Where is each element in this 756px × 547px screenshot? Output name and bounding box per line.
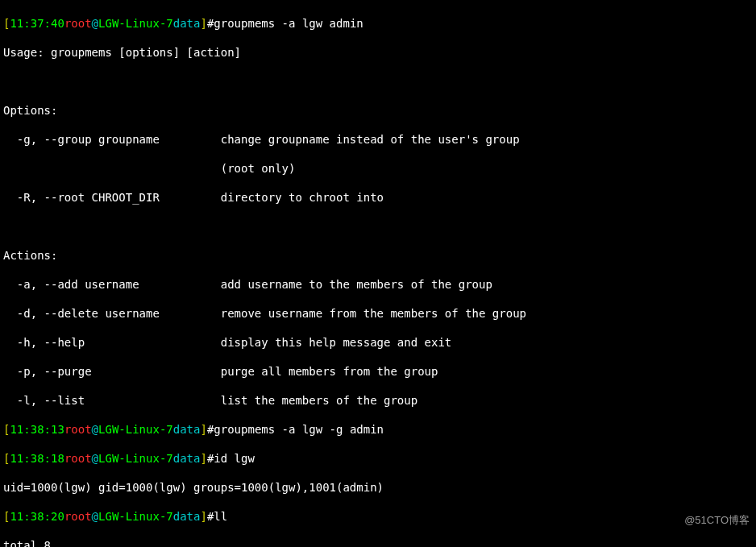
at: @ <box>92 17 98 30</box>
time: 11:37:40 <box>10 17 64 30</box>
output-line: -l, --list list the members of the group <box>3 393 753 408</box>
output-line: Actions: <box>3 248 753 263</box>
prompt-line: [11:38:20root@LGW-Linux-7data]#ll <box>3 509 753 524</box>
dir: data <box>173 17 201 30</box>
command-text: #groupmems -a lgw admin <box>207 17 363 30</box>
output-line: -d, --delete username remove username fr… <box>3 306 753 321</box>
prompt-line: [11:38:13root@LGW-Linux-7data]#groupmems… <box>3 422 753 437</box>
output-line: -p, --purge purge all members from the g… <box>3 364 753 379</box>
output-line: total 8 <box>3 538 753 547</box>
watermark: @51CTO博客 <box>684 513 750 528</box>
prompt-line: [11:38:18root@LGW-Linux-7data]#id lgw <box>3 451 753 466</box>
output-line: -g, --group groupname change groupname i… <box>3 132 753 147</box>
output-line: -h, --help display this help message and… <box>3 335 753 350</box>
output-line: -R, --root CHROOT_DIR directory to chroo… <box>3 190 753 205</box>
user: root <box>64 17 92 30</box>
output-line: uid=1000(lgw) gid=1000(lgw) groups=1000(… <box>3 480 753 495</box>
host: LGW-Linux-7 <box>98 17 173 30</box>
output-line: (root only) <box>3 161 753 176</box>
output-line: Usage: groupmems [options] [action] <box>3 45 753 60</box>
bracket-close: ] <box>200 17 206 30</box>
output-line: -a, --add username add username to the m… <box>3 277 753 292</box>
output-line: Options: <box>3 103 753 118</box>
prompt-line: [11:37:40root@LGW-Linux-7data]#groupmems… <box>3 16 753 31</box>
terminal-output: [11:37:40root@LGW-Linux-7data]#groupmems… <box>0 0 756 547</box>
